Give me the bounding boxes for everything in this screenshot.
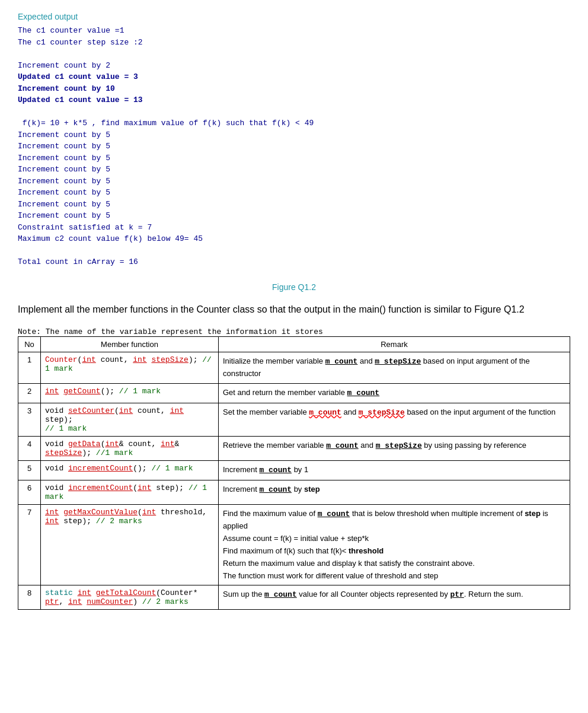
cell-no-7: 7 — [18, 504, 41, 585]
table-row: 1 Counter(int count, int stepSize); // 1… — [18, 352, 570, 384]
header-no: No — [18, 336, 41, 352]
expected-output-label: Expected output — [18, 12, 570, 21]
header-remark: Remark — [219, 336, 570, 352]
table-row: 5 void incrementCount(); // 1 mark Incre… — [18, 460, 570, 480]
cell-remark-6: Increment m_count by step — [219, 480, 570, 504]
cell-remark-8: Sum up the m_count value for all Counter… — [219, 585, 570, 610]
cell-func-5: void incrementCount(); // 1 mark — [41, 460, 219, 480]
cell-remark-4: Retrieve the member variable m_count and… — [219, 436, 570, 460]
note-line: Note: The name of the variable represent… — [18, 327, 570, 336]
question-text: Implement all the member functions in th… — [18, 303, 570, 317]
cell-no-1: 1 — [18, 352, 41, 384]
table-row: 8 static int getTotalCount(Counter* ptr,… — [18, 585, 570, 610]
cell-remark-2: Get and return the member variable m_cou… — [219, 384, 570, 403]
cell-remark-1: Initialize the member variable m_count a… — [219, 352, 570, 384]
cell-func-8: static int getTotalCount(Counter* ptr, i… — [41, 585, 219, 610]
cell-no-5: 5 — [18, 460, 41, 480]
cell-no-4: 4 — [18, 436, 41, 460]
header-func: Member function — [41, 336, 219, 352]
table-row: 6 void incrementCount(int step); // 1 ma… — [18, 480, 570, 504]
table-row: 4 void getData(int& count, int& stepSize… — [18, 436, 570, 460]
cell-no-8: 8 — [18, 585, 41, 610]
cell-remark-3: Set the member variable m_count and m_st… — [219, 403, 570, 436]
cell-no-6: 6 — [18, 480, 41, 504]
cell-no-2: 2 — [18, 384, 41, 403]
cell-no-3: 3 — [18, 403, 41, 436]
table-row: 7 int getMaxCountValue(int threshold, in… — [18, 504, 570, 585]
figure-caption: Figure Q1.2 — [18, 282, 570, 292]
cell-func-4: void getData(int& count, int& stepSize);… — [41, 436, 219, 460]
functions-table: No Member function Remark 1 Counter(int … — [18, 336, 570, 610]
table-row: 2 int getCount(); // 1 mark Get and retu… — [18, 384, 570, 403]
cell-remark-7: Find the maximum value of m_count that i… — [219, 504, 570, 585]
cell-func-1: Counter(int count, int stepSize); // 1 m… — [41, 352, 219, 384]
cell-func-6: void incrementCount(int step); // 1 mark — [41, 480, 219, 504]
code-block: The c1 counter value =1 The c1 counter s… — [18, 25, 570, 268]
cell-func-3: void setCounter(int count, int step); //… — [41, 403, 219, 436]
table-row: 3 void setCounter(int count, int step); … — [18, 403, 570, 436]
cell-func-2: int getCount(); // 1 mark — [41, 384, 219, 403]
cell-remark-5: Increment m_count by 1 — [219, 460, 570, 480]
cell-func-7: int getMaxCountValue(int threshold, int … — [41, 504, 219, 585]
